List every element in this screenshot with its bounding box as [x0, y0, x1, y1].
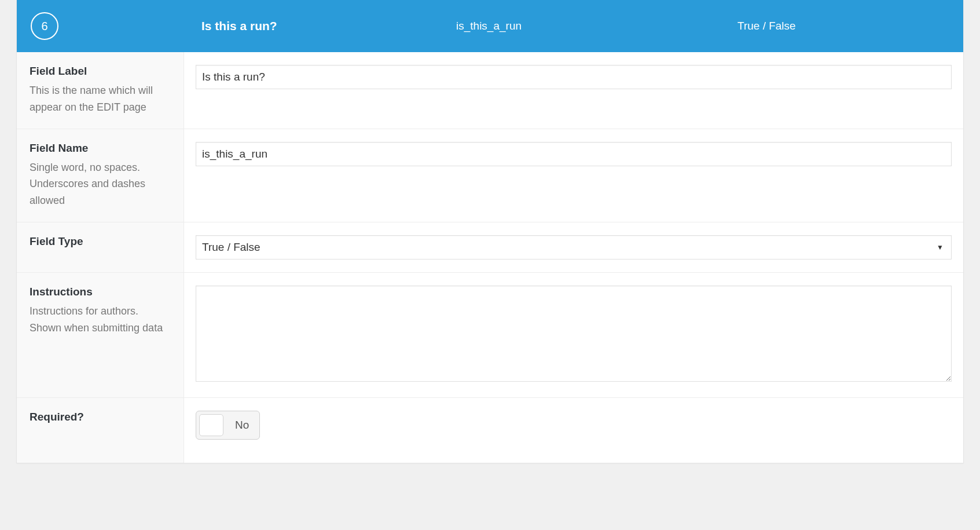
- label-instructions: Instructions Instructions for authors. S…: [17, 273, 184, 397]
- field-header[interactable]: 6 Is this a run? is_this_a_run True / Fa…: [17, 0, 963, 52]
- toggle-knob: [199, 414, 223, 436]
- label-desc: This is the name which will appear on th…: [30, 82, 171, 116]
- label-title: Field Type: [30, 235, 171, 248]
- field-name-input[interactable]: [196, 142, 952, 166]
- field-type-select[interactable]: True / False: [196, 235, 952, 259]
- label-field-type: Field Type: [17, 222, 184, 272]
- label-field-name: Field Name Single word, no spaces. Under…: [17, 129, 184, 222]
- row-field-label: Field Label This is the name which will …: [17, 52, 963, 129]
- toggle-label: No: [235, 419, 249, 432]
- label-desc: Instructions for authors. Shown when sub…: [30, 303, 171, 337]
- field-header-name: is_this_a_run: [450, 20, 737, 32]
- row-required: Required? No: [17, 397, 963, 463]
- label-required: Required?: [17, 398, 184, 463]
- label-title: Field Label: [30, 65, 171, 78]
- field-header-type: True / False: [737, 20, 952, 32]
- field-header-label: Is this a run?: [201, 19, 450, 33]
- field-label-input[interactable]: [196, 65, 952, 89]
- label-title: Field Name: [30, 142, 171, 155]
- label-title: Required?: [30, 411, 171, 423]
- label-title: Instructions: [30, 286, 171, 298]
- label-field-label: Field Label This is the name which will …: [17, 52, 184, 129]
- row-field-name: Field Name Single word, no spaces. Under…: [17, 129, 963, 222]
- row-field-type: Field Type True / False ▼: [17, 222, 963, 272]
- required-toggle[interactable]: No: [196, 411, 260, 440]
- instructions-textarea[interactable]: [196, 286, 952, 382]
- field-order-badge: 6: [31, 12, 58, 40]
- row-instructions: Instructions Instructions for authors. S…: [17, 272, 963, 397]
- field-order-number: 6: [41, 20, 47, 33]
- label-desc: Single word, no spaces. Underscores and …: [30, 159, 171, 209]
